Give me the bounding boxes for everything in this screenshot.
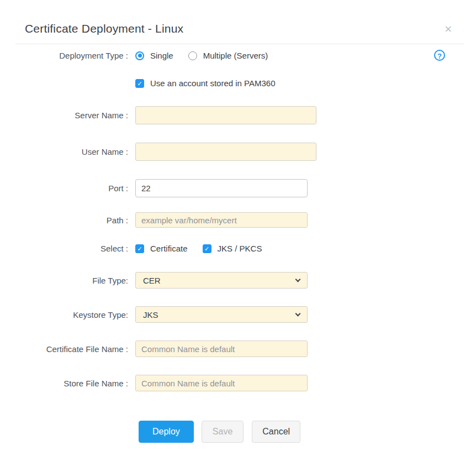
path-label: Path :	[0, 216, 135, 225]
save-button[interactable]: Save	[202, 421, 244, 443]
deployment-type-row: Deployment Type : Single Multiple (Serve…	[0, 51, 476, 60]
certificate-file-name-row: Certificate File Name :	[0, 340, 476, 357]
deployment-type-label: Deployment Type :	[0, 51, 135, 60]
user-name-input[interactable]	[135, 143, 316, 161]
path-input[interactable]	[135, 212, 308, 228]
close-icon[interactable]: ×	[445, 23, 452, 35]
deployment-form: Deployment Type : Single Multiple (Serve…	[0, 44, 476, 443]
dialog-title: Certificate Deployment - Linux	[25, 22, 451, 35]
keystore-type-selected-value: JKS	[143, 310, 158, 319]
store-file-name-row: Store File Name :	[0, 375, 476, 391]
user-name-row: User Name :	[0, 143, 476, 161]
server-name-row: Server Name :	[0, 106, 476, 124]
select-types-row: Select : ✓ Certificate ✓ JKS / PKCS	[0, 244, 476, 253]
action-buttons: Deploy Save Cancel	[139, 421, 476, 443]
chevron-down-icon	[295, 311, 301, 316]
file-type-select[interactable]: CER	[135, 272, 308, 289]
certificate-deployment-dialog: Certificate Deployment - Linux × Deploym…	[0, 0, 476, 443]
port-label: Port :	[0, 184, 135, 193]
keystore-type-label: Keystore Type:	[0, 310, 135, 319]
file-type-row: File Type: CER	[0, 272, 476, 289]
keystore-type-select[interactable]: JKS	[135, 306, 308, 323]
certificate-file-name-input[interactable]	[135, 340, 308, 357]
path-row: Path :	[0, 212, 476, 228]
dialog-header: Certificate Deployment - Linux ×	[0, 0, 476, 44]
keystore-type-row: Keystore Type: JKS	[0, 306, 476, 323]
pam-account-row: ✓ Use an account stored in PAM360	[0, 78, 476, 88]
certificate-file-name-label: Certificate File Name :	[0, 344, 135, 354]
user-name-label: User Name :	[0, 147, 135, 156]
select-types-label: Select :	[0, 244, 135, 253]
radio-multiple[interactable]	[188, 51, 197, 60]
jks-pkcs-checkbox-label[interactable]: JKS / PKCS	[218, 244, 262, 253]
radio-single[interactable]	[135, 51, 144, 60]
radio-single-label[interactable]: Single	[150, 51, 173, 60]
radio-multiple-label[interactable]: Multiple (Servers)	[203, 51, 268, 60]
pam-account-label[interactable]: Use an account stored in PAM360	[150, 78, 276, 88]
cancel-button[interactable]: Cancel	[252, 421, 300, 443]
chevron-down-icon	[295, 276, 301, 282]
pam-account-checkbox[interactable]: ✓	[135, 79, 144, 88]
certificate-checkbox[interactable]: ✓	[135, 244, 144, 253]
certificate-checkbox-label[interactable]: Certificate	[150, 244, 188, 253]
port-row: Port :	[0, 179, 476, 197]
file-type-selected-value: CER	[143, 276, 161, 285]
deploy-button[interactable]: Deploy	[139, 421, 194, 443]
store-file-name-label: Store File Name :	[0, 379, 135, 388]
jks-pkcs-checkbox[interactable]: ✓	[203, 244, 211, 253]
port-input[interactable]	[135, 179, 308, 197]
server-name-label: Server Name :	[0, 111, 135, 120]
file-type-label: File Type:	[0, 276, 135, 285]
server-name-input[interactable]	[135, 106, 316, 124]
help-icon[interactable]: ?	[434, 50, 445, 61]
store-file-name-input[interactable]	[135, 375, 308, 391]
